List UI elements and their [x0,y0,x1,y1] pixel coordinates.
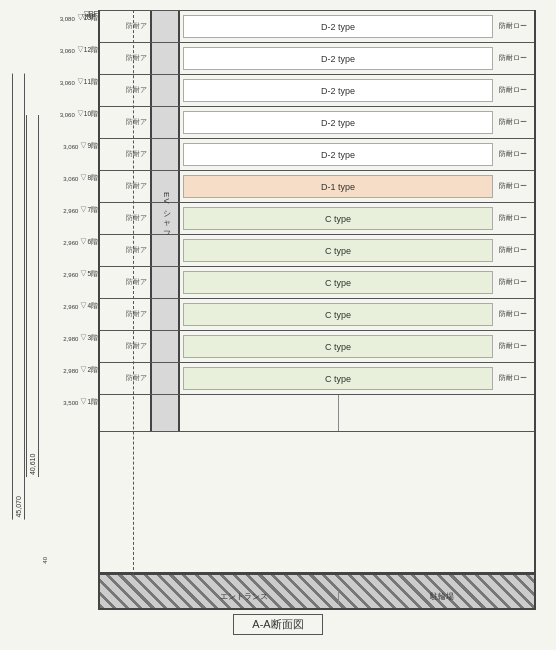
floor-dim-number: 2,960 [63,303,78,309]
ground-level-labels: エントランス 駐輪場 [150,591,536,605]
room-right-label: 防耐ロー [496,171,534,202]
room-right-label: 防耐ロー [496,203,534,234]
floor-marker-10階: 3,060▽10階 [60,110,98,119]
ev-shaft-section [150,299,180,330]
ev-shaft-section [150,235,180,266]
floor-name-label: ▽8階 [80,174,98,183]
floor-name-label: ▽4階 [80,302,98,311]
room-right-label: 防耐ロー [496,331,534,362]
floor-row-10階: 防耐アD-2 type防耐ロー [100,106,534,138]
floor-row-13階: 防耐アD-2 type防耐ロー [100,10,534,42]
floor-name-label: ▽11階 [77,78,98,87]
room-column: C type [180,299,496,330]
ev-shaft-section [150,331,180,362]
room-column: C type [180,363,496,394]
floor-marker-12階: 3,060▽12階 [60,46,98,55]
floor-name-label: ▽2階 [80,366,98,375]
room-box: D-2 type [183,15,493,38]
floor-row-9階: 防耐アD-2 type防耐ロー [100,138,534,170]
floor-marker-9階: 3,060▽9階 [63,142,98,151]
total-height-1: 45,070 [15,496,22,517]
room-right-label: 防耐ロー [496,235,534,266]
left-dimension-area: 45,070 40,610 40 ▽RF 3,080▽13階3,0 [10,18,98,575]
room-right-label [496,395,534,431]
rf-marker-positioned: ▽RF [84,10,98,18]
room-column: D-2 type [180,75,496,106]
room-right-label: 防耐ロー [496,363,534,394]
room-box: D-2 type [183,79,493,102]
floor-name-label: ▽12階 [77,46,98,55]
room-column: C type [180,235,496,266]
ev-shaft-section [150,107,180,138]
room-right-label: 防耐ロー [496,299,534,330]
room-box: C type [183,335,493,358]
floor-marker-7階: 2,960▽7階 [63,206,98,215]
floor-row-3階: 防耐アC type防耐ロー [100,330,534,362]
room-box: C type [183,271,493,294]
floor-row-5階: 防耐アC type防耐ロー [100,266,534,298]
room-right-label: 防耐ロー [496,267,534,298]
floors-container: 防耐アD-2 type防耐ロー防耐アD-2 type防耐ロー防耐アD-2 typ… [100,10,534,575]
floor-row-1階 [100,394,534,432]
floor-marker-3階: 2,980▽3階 [63,334,98,343]
floor-name-label: ▽9階 [80,142,98,151]
floor-dim-number: 3,060 [60,79,75,85]
room-box: D-2 type [183,143,493,166]
room-left-label: 防耐ア [100,75,150,106]
floor-dim-number: 3,500 [63,399,78,405]
room-left-label: 防耐ア [100,43,150,74]
room-left-label: 防耐ア [100,139,150,170]
floor-dim-number: 3,060 [60,47,75,53]
room-left-label: 防耐ア [100,203,150,234]
floor-marker-5階: 2,960▽5階 [63,270,98,279]
floor-marker-4階: 2,960▽4階 [63,302,98,311]
room-column: C type [180,203,496,234]
floor-name-label: ▽10階 [77,110,98,119]
diagram-title: A-A断面図 [10,614,546,635]
room-column: D-2 type [180,43,496,74]
room-box: D-1 type [183,175,493,198]
floor-name-label: ▽6階 [80,238,98,247]
floor-row-4階: 防耐アC type防耐ロー [100,298,534,330]
room-right-label: 防耐ロー [496,43,534,74]
room-left-label: 防耐ア [100,363,150,394]
room-column: D-2 type [180,11,496,42]
ev-shaft-section [150,43,180,74]
floor-name-label: ▽7階 [80,206,98,215]
ev-shaft-section [150,395,180,431]
floor-row-7階: 防耐アEVシャフトC type防耐ロー [100,202,534,234]
room-box: C type [183,367,493,390]
floor-row-2階: 防耐アC type防耐ロー [100,362,534,394]
floor-dim-number: 3,060 [63,143,78,149]
ev-shaft-section: EVシャフト [150,203,180,234]
room-left-label: 防耐ア [100,331,150,362]
floor-dim-number: 2,960 [63,239,78,245]
room-column: D-1 type [180,171,496,202]
room-column: D-2 type [180,139,496,170]
ev-shaft-section [150,11,180,42]
floor-dim-number: 2,960 [63,271,78,277]
title-box: A-A断面図 [233,614,322,635]
ev-shaft-section [150,75,180,106]
floor-dim-number: 2,960 [63,207,78,213]
floor-name-label: ▽1階 [80,398,98,407]
room-column: C type [180,267,496,298]
entrance-label: エントランス [150,591,339,605]
room-left-label: 防耐ア [100,299,150,330]
floor-row-11階: 防耐アD-2 type防耐ロー [100,74,534,106]
floor-dim-number: 2,980 [63,367,78,373]
total-height-2: 40,610 [29,454,36,475]
floor-dim-number: 2,980 [63,335,78,341]
floor-markers: 3,080▽13階3,060▽12階3,060▽11階3,060▽10階3,06… [48,18,98,575]
room-right-label: 防耐ロー [496,139,534,170]
ev-shaft-section [150,139,180,170]
room-left-label: 防耐ア [100,235,150,266]
diagram-container: 45,070 40,610 40 ▽RF 3,080▽13階3,0 [10,10,546,640]
room-column: C type [180,331,496,362]
room-left-label [100,395,150,431]
room-column: D-2 type [180,107,496,138]
room-right-label: 防耐ロー [496,107,534,138]
ev-shaft-section [150,363,180,394]
room-right-label: 防耐ロー [496,75,534,106]
floor-name-label: ▽5階 [80,270,98,279]
